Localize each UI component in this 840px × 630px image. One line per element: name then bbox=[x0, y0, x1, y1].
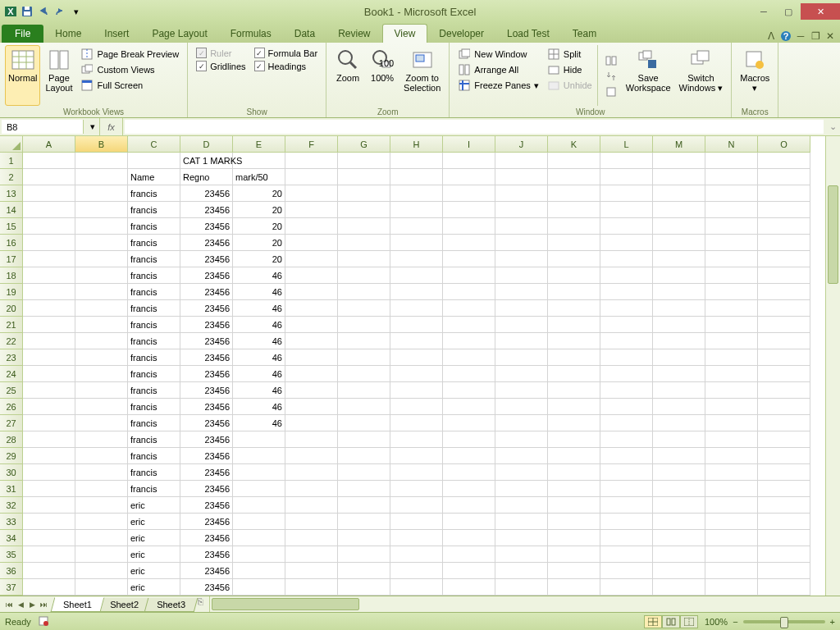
cell[interactable]: 20 bbox=[233, 235, 285, 251]
cell[interactable] bbox=[338, 399, 390, 415]
row-header[interactable]: 17 bbox=[0, 251, 23, 267]
cell[interactable] bbox=[23, 169, 75, 185]
cell[interactable] bbox=[338, 202, 390, 218]
cell[interactable] bbox=[495, 530, 548, 546]
cell[interactable] bbox=[338, 481, 390, 497]
cell[interactable]: 23456 bbox=[180, 333, 233, 349]
cell[interactable]: 23456 bbox=[180, 284, 233, 300]
minimize-button[interactable]: ─ bbox=[751, 3, 776, 20]
tab-next-icon[interactable]: ▶ bbox=[26, 600, 38, 609]
cell[interactable]: 46 bbox=[233, 382, 285, 399]
cell[interactable] bbox=[443, 349, 495, 366]
cell[interactable]: 23456 bbox=[180, 415, 233, 431]
cell[interactable] bbox=[600, 382, 653, 399]
cell[interactable] bbox=[443, 169, 495, 185]
cell[interactable] bbox=[23, 333, 75, 349]
cell[interactable] bbox=[495, 382, 548, 399]
normal-view-button[interactable]: Normal bbox=[5, 45, 40, 106]
row-header[interactable]: 37 bbox=[0, 579, 23, 596]
cell[interactable]: francis bbox=[128, 448, 180, 464]
cell[interactable] bbox=[390, 514, 443, 530]
cell[interactable] bbox=[600, 218, 653, 235]
cell[interactable] bbox=[443, 235, 495, 251]
cell[interactable] bbox=[75, 464, 128, 481]
cell[interactable] bbox=[495, 218, 548, 235]
cell[interactable]: francis bbox=[128, 366, 180, 382]
col-header-C[interactable]: C bbox=[128, 136, 180, 153]
cell[interactable] bbox=[390, 218, 443, 235]
formula-bar-checkbox[interactable]: ✓Formula Bar bbox=[251, 47, 322, 59]
cell[interactable] bbox=[443, 153, 495, 169]
col-header-F[interactable]: F bbox=[285, 136, 338, 153]
insert-function-button[interactable]: fx bbox=[100, 118, 123, 135]
tab-team[interactable]: Team bbox=[561, 25, 608, 43]
cell[interactable] bbox=[285, 169, 338, 185]
sheet-tab-sheet3[interactable]: Sheet3 bbox=[144, 598, 197, 612]
zoom-button[interactable]: Zoom bbox=[331, 45, 364, 106]
cell[interactable] bbox=[758, 382, 810, 399]
cell[interactable] bbox=[285, 267, 338, 284]
cell[interactable] bbox=[233, 514, 285, 530]
cell[interactable] bbox=[75, 300, 128, 317]
cell[interactable] bbox=[75, 333, 128, 349]
cell[interactable] bbox=[443, 481, 495, 497]
cell[interactable] bbox=[495, 251, 548, 267]
cell[interactable] bbox=[758, 284, 810, 300]
cell[interactable] bbox=[548, 448, 600, 464]
cell[interactable]: francis bbox=[128, 464, 180, 481]
cell[interactable] bbox=[338, 185, 390, 202]
cell[interactable] bbox=[653, 448, 705, 464]
cell[interactable] bbox=[338, 251, 390, 267]
cell[interactable]: francis bbox=[128, 317, 180, 333]
cell[interactable]: CAT 1 MARKS bbox=[180, 153, 233, 169]
cell[interactable]: 23456 bbox=[180, 431, 233, 448]
cell[interactable] bbox=[338, 415, 390, 431]
col-header-I[interactable]: I bbox=[443, 136, 495, 153]
cell[interactable] bbox=[653, 333, 705, 349]
col-header-O[interactable]: O bbox=[758, 136, 810, 153]
cell[interactable] bbox=[285, 464, 338, 481]
cell[interactable]: francis bbox=[128, 399, 180, 415]
cell[interactable]: 23456 bbox=[180, 546, 233, 563]
cell[interactable] bbox=[338, 497, 390, 514]
headings-checkbox[interactable]: ✓Headings bbox=[251, 60, 322, 72]
cell[interactable] bbox=[233, 497, 285, 514]
hide-button[interactable]: Hide bbox=[544, 62, 596, 77]
row-header[interactable]: 25 bbox=[0, 382, 23, 399]
cell[interactable] bbox=[338, 514, 390, 530]
cell[interactable] bbox=[443, 251, 495, 267]
cell[interactable] bbox=[758, 317, 810, 333]
cell[interactable] bbox=[653, 514, 705, 530]
hscroll-thumb[interactable] bbox=[212, 598, 359, 610]
cell[interactable]: 20 bbox=[233, 185, 285, 202]
cell[interactable]: 23456 bbox=[180, 448, 233, 464]
row-header[interactable]: 20 bbox=[0, 300, 23, 317]
cell[interactable] bbox=[390, 202, 443, 218]
cell[interactable] bbox=[390, 169, 443, 185]
cell[interactable] bbox=[548, 349, 600, 366]
cell[interactable] bbox=[495, 235, 548, 251]
cell[interactable] bbox=[75, 514, 128, 530]
cell[interactable]: 23456 bbox=[180, 464, 233, 481]
cell[interactable] bbox=[548, 235, 600, 251]
cell[interactable] bbox=[75, 153, 128, 169]
cell[interactable]: eric bbox=[128, 563, 180, 579]
cell[interactable]: 23456 bbox=[180, 399, 233, 415]
cell[interactable] bbox=[758, 481, 810, 497]
cell[interactable]: 23456 bbox=[180, 317, 233, 333]
cell[interactable] bbox=[390, 317, 443, 333]
cell[interactable] bbox=[548, 317, 600, 333]
cell[interactable] bbox=[600, 202, 653, 218]
cell[interactable] bbox=[390, 267, 443, 284]
cell[interactable] bbox=[285, 448, 338, 464]
sheet-tab-sheet2[interactable]: Sheet2 bbox=[98, 598, 151, 612]
vertical-scrollbar[interactable] bbox=[825, 136, 840, 596]
cell[interactable] bbox=[443, 284, 495, 300]
cell[interactable] bbox=[75, 579, 128, 596]
cell[interactable]: francis bbox=[128, 333, 180, 349]
cell[interactable] bbox=[23, 464, 75, 481]
col-header-M[interactable]: M bbox=[653, 136, 705, 153]
row-header[interactable]: 32 bbox=[0, 497, 23, 514]
cell[interactable] bbox=[443, 464, 495, 481]
cell[interactable]: 23456 bbox=[180, 251, 233, 267]
